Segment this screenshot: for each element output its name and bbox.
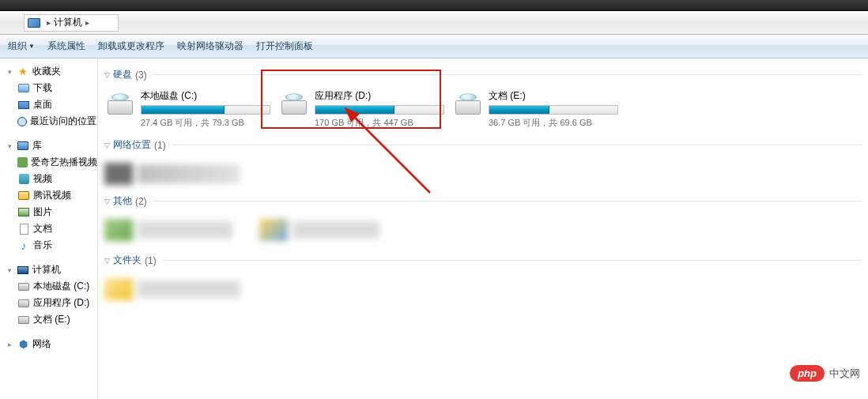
toolbar-label: 卸载或更改程序 bbox=[98, 40, 164, 53]
navigation-sidebar: ▾ ★ 收藏夹 下载 桌面 最近访问的位置 ▾ 库 bbox=[0, 58, 98, 399]
tree-label: 音乐 bbox=[33, 239, 52, 252]
drive-stats: 27.4 GB 可用，共 79.3 GB bbox=[141, 117, 270, 129]
tree-computer[interactable]: ▾ 计算机 bbox=[0, 262, 97, 278]
other-item[interactable] bbox=[259, 214, 379, 246]
tree-label: 网络 bbox=[32, 337, 51, 351]
tree-label: 视频 bbox=[33, 172, 52, 186]
tree-label: 下载 bbox=[33, 81, 52, 95]
toolbar-control-panel[interactable]: 打开控制面板 bbox=[256, 40, 313, 53]
toolbar-organize[interactable]: 组织 ▼ bbox=[8, 40, 35, 53]
sidebar-item-pictures[interactable]: 图片 bbox=[0, 204, 97, 220]
breadcrumb-root[interactable]: 计算机 bbox=[54, 16, 82, 29]
tree-label: 库 bbox=[32, 139, 42, 152]
toolbar-uninstall[interactable]: 卸载或更改程序 bbox=[98, 40, 164, 53]
sidebar-item-tencent[interactable]: 腾讯视频 bbox=[0, 187, 97, 204]
tree-label: 应用程序 (D:) bbox=[33, 296, 89, 310]
content-pane: ▽ 硬盘 (3) 本地磁盘 (C:) 27.4 GB 可用，共 79.3 GB … bbox=[98, 58, 868, 399]
watermark-text: 中文网 bbox=[829, 367, 860, 381]
tree-label: 最近访问的位置 bbox=[30, 115, 96, 128]
drive-usage-bar bbox=[141, 105, 270, 115]
nav-back-button[interactable] bbox=[3, 14, 21, 32]
download-icon bbox=[18, 84, 29, 92]
drive-name: 应用程序 (D:) bbox=[315, 89, 444, 103]
drive-item-d[interactable]: 应用程序 (D:) 170 GB 可用，共 447 GB bbox=[278, 88, 446, 130]
sidebar-item-disk-c[interactable]: 本地磁盘 (C:) bbox=[0, 278, 97, 295]
tree-favorites[interactable]: ▾ ★ 收藏夹 bbox=[0, 63, 97, 80]
tree-label: 计算机 bbox=[32, 263, 61, 277]
pictures-icon bbox=[18, 208, 29, 216]
item-label bbox=[138, 221, 232, 239]
titlebar-decoration bbox=[0, 0, 868, 11]
item-label bbox=[138, 164, 240, 183]
collapse-icon[interactable]: ▾ bbox=[6, 142, 13, 150]
collapse-icon[interactable]: ▾ bbox=[6, 266, 13, 274]
desktop-icon bbox=[18, 101, 29, 109]
divider bbox=[163, 260, 862, 261]
group-header-network[interactable]: ▽ 网络位置 (1) bbox=[104, 138, 862, 152]
sidebar-item-recent[interactable]: 最近访问的位置 bbox=[0, 113, 97, 130]
toolbar-properties[interactable]: 系统属性 bbox=[47, 40, 85, 53]
sidebar-item-desktop[interactable]: 桌面 bbox=[0, 96, 97, 113]
documents-icon bbox=[20, 224, 28, 235]
collapse-icon: ▽ bbox=[104, 71, 110, 79]
sidebar-item-documents[interactable]: 文档 bbox=[0, 220, 97, 237]
library-icon bbox=[17, 141, 28, 150]
toolbar-map-drive[interactable]: 映射网络驱动器 bbox=[177, 40, 243, 53]
sidebar-item-disk-d[interactable]: 应用程序 (D:) bbox=[0, 295, 97, 311]
drive-item-c[interactable]: 本地磁盘 (C:) 27.4 GB 可用，共 79.3 GB bbox=[104, 88, 272, 130]
drive-stats: 170 GB 可用，共 447 GB bbox=[315, 117, 444, 129]
drive-item-e[interactable]: 文档 (E:) 36.7 GB 可用，共 69.6 GB bbox=[452, 88, 620, 130]
other-item[interactable] bbox=[104, 214, 232, 246]
tree-label: 文档 (E:) bbox=[33, 313, 70, 326]
collapse-icon[interactable]: ▾ bbox=[6, 68, 13, 76]
drive-name: 文档 (E:) bbox=[489, 89, 618, 103]
tree-label: 收藏夹 bbox=[32, 65, 61, 78]
tree-label: 图片 bbox=[33, 205, 52, 219]
tree-label: 文档 bbox=[33, 222, 52, 235]
item-thumbnail bbox=[104, 219, 133, 241]
tree-libraries[interactable]: ▾ 库 bbox=[0, 137, 97, 154]
item-thumbnail bbox=[259, 219, 288, 241]
sidebar-item-video[interactable]: 视频 bbox=[0, 171, 97, 187]
group-header-other[interactable]: ▽ 其他 (2) bbox=[104, 194, 862, 208]
network-item[interactable] bbox=[104, 158, 862, 190]
item-thumbnail bbox=[104, 163, 133, 185]
hard-disk-icon bbox=[280, 89, 308, 115]
divider bbox=[153, 74, 862, 75]
tree-label: 桌面 bbox=[33, 98, 52, 111]
computer-icon bbox=[28, 18, 40, 28]
chevron-right-icon: ▸ bbox=[85, 18, 89, 27]
disk-icon bbox=[18, 316, 29, 324]
computer-icon bbox=[17, 266, 28, 274]
tree-label: 腾讯视频 bbox=[33, 189, 71, 202]
sidebar-item-disk-e[interactable]: 文档 (E:) bbox=[0, 311, 97, 328]
hard-disk-icon bbox=[106, 89, 134, 115]
address-box[interactable]: ▸ 计算机 ▸ bbox=[24, 14, 119, 32]
sidebar-item-downloads[interactable]: 下载 bbox=[0, 80, 97, 96]
folder-item[interactable] bbox=[104, 273, 862, 305]
drive-name: 本地磁盘 (C:) bbox=[141, 89, 270, 103]
tree-network[interactable]: ▸ ⬢ 网络 bbox=[0, 336, 97, 352]
collapse-icon: ▽ bbox=[104, 257, 110, 265]
address-bar: ▸ 计算机 ▸ bbox=[0, 11, 868, 35]
iqiyi-icon bbox=[17, 157, 28, 168]
video-icon bbox=[19, 174, 29, 184]
sidebar-item-iqiyi[interactable]: 爱奇艺热播视频 bbox=[0, 154, 97, 171]
group-header-drives[interactable]: ▽ 硬盘 (3) bbox=[104, 68, 862, 81]
tree-label: 本地磁盘 (C:) bbox=[33, 280, 89, 293]
drive-usage-bar bbox=[315, 105, 444, 115]
drives-row: 本地磁盘 (C:) 27.4 GB 可用，共 79.3 GB 应用程序 (D:)… bbox=[101, 88, 862, 130]
php-logo: php bbox=[790, 365, 825, 382]
group-count: (1) bbox=[154, 140, 166, 151]
divider bbox=[153, 201, 862, 201]
tencent-icon bbox=[18, 191, 29, 200]
group-header-folders[interactable]: ▽ 文件夹 (1) bbox=[104, 254, 862, 267]
expand-icon[interactable]: ▸ bbox=[6, 341, 13, 348]
network-icon: ⬢ bbox=[17, 338, 29, 351]
divider bbox=[172, 145, 862, 145]
toolbar-label: 映射网络驱动器 bbox=[177, 40, 243, 53]
group-count: (2) bbox=[135, 196, 147, 207]
item-label bbox=[138, 280, 240, 298]
sidebar-item-music[interactable]: ♪ 音乐 bbox=[0, 237, 97, 254]
disk-icon bbox=[18, 299, 29, 307]
